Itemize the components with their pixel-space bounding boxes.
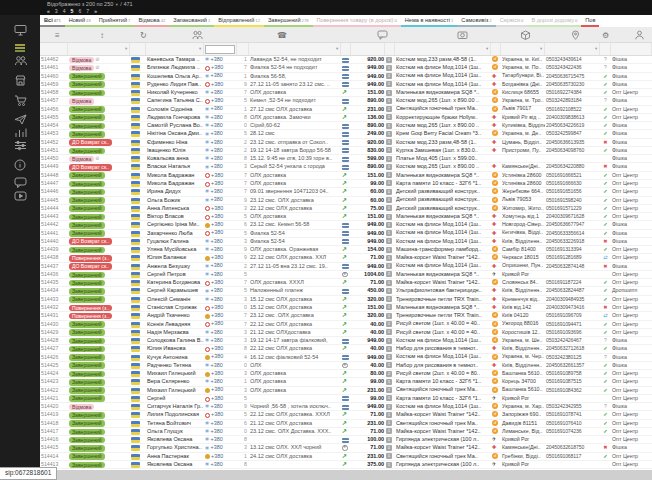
table-row[interactable]: 514449ДО Возврат ск..Власюк Наталья✳+380… xyxy=(40,163,652,171)
table-row[interactable]: 514447ЗавершенийМикола Бадражан+3807ОЛХ … xyxy=(40,180,652,188)
table-row[interactable]: 514434ЗавершенийСергей Карамышев✳+3805На… xyxy=(40,287,652,295)
table-row[interactable]: 514456ЗавершенийСоломія Сідоніна✳+380127… xyxy=(40,106,652,114)
table-row[interactable]: 514460ЗавершенийКошелева Ольга Ар..✳+380… xyxy=(40,73,652,81)
person-column-icon[interactable] xyxy=(634,30,645,43)
table-row[interactable]: 514444ЗавершенийАнна Липенська+380322.12… xyxy=(40,205,652,213)
table-row[interactable]: 514453ЗавершенийНікітіна Оксана Дми..✳+3… xyxy=(40,130,652,138)
sort-column-icon[interactable]: ↕ xyxy=(100,30,104,41)
telephony-icon[interactable]: ✳ xyxy=(205,329,210,336)
table-row[interactable]: 514442ЗавершенийСергіюнко Іріна Ми..+380… xyxy=(40,221,652,229)
telephony-icon[interactable] xyxy=(205,314,210,319)
page-number[interactable]: 4 xyxy=(63,8,66,14)
table-row[interactable]: 514451ЗавершенийІващенко Юлія✳+380219.12… xyxy=(40,147,652,155)
tab-Завершений[interactable]: Завершений278 xyxy=(264,15,313,27)
telephony-icon[interactable] xyxy=(205,413,210,418)
telephony-icon[interactable]: ✳ xyxy=(205,164,210,171)
page-number[interactable]: 5 xyxy=(71,8,74,14)
telephony-icon[interactable]: ✳ xyxy=(205,428,210,435)
telephony-icon[interactable] xyxy=(205,231,210,236)
filter-dropdown-icon[interactable]: ▼ xyxy=(198,47,202,51)
filter-dropdown-icon[interactable]: ▼ xyxy=(539,47,543,51)
filter-dropdown-icon[interactable]: ▼ xyxy=(594,47,598,51)
refresh-column-icon[interactable]: ↻ xyxy=(140,30,147,41)
pin-column-icon[interactable] xyxy=(570,30,581,43)
box-column-icon[interactable] xyxy=(520,30,531,43)
cart-icon[interactable] xyxy=(0,93,40,108)
telephony-icon[interactable]: ✳ xyxy=(205,73,210,80)
telephony-icon[interactable] xyxy=(205,322,210,327)
table-row[interactable]: 514430ЗавершенийКсенія Левадняя+380722.1… xyxy=(40,321,652,329)
clients-icon[interactable] xyxy=(0,53,40,68)
tab-Новий[interactable]: Новий48 xyxy=(65,15,95,27)
table-row[interactable]: 514415ЗавершенийГоргулько Христина..✳+38… xyxy=(40,444,652,452)
telephony-icon[interactable]: ✳ xyxy=(205,122,210,129)
filters-icon[interactable] xyxy=(0,138,40,153)
phone-column-icon[interactable]: ☎ xyxy=(277,30,287,41)
phone-filter-input[interactable] xyxy=(205,45,235,54)
table-row[interactable]: 514443ЗавершенийВіктор Власов+3805ОЛХ до… xyxy=(40,213,652,221)
telephony-icon[interactable]: ✳ xyxy=(205,131,210,138)
table-row[interactable]: 514414ЗавершенийАнна Пастернак+380124.12… xyxy=(40,453,652,461)
table-row[interactable]: 514452ДО Возврат ск..Єфименко Ніна✳+3802… xyxy=(40,139,652,147)
people-column-icon[interactable] xyxy=(192,30,203,43)
telephony-icon[interactable]: ✳ xyxy=(205,436,210,443)
table-row[interactable]: 514413ЗавершенийЯковлева Оксана✳+3808↗37… xyxy=(40,461,652,469)
table-row[interactable]: 514435ЗавершенийКатерина Богданова+3807О… xyxy=(40,279,652,287)
tab-Нема в наявності[interactable]: Нема в наявності1 xyxy=(401,15,458,27)
table-row[interactable]: 514459ЗавершенийРуденко Лидия Пав..+3809… xyxy=(40,81,652,89)
tab-В дорозі додому[interactable]: В дорозі додому0 xyxy=(527,15,581,27)
table-row[interactable]: 514448ЗавершенийМикола Бадражан+3807ОЛХ … xyxy=(40,172,652,180)
tab-Самовивіз[interactable]: Самовивіз2 xyxy=(457,15,495,27)
telephony-icon[interactable] xyxy=(205,215,210,220)
page-number[interactable]: 7 xyxy=(86,8,89,14)
tab-Відправлений[interactable]: Відправлений12 xyxy=(214,15,264,27)
table-row[interactable]: 514420ВідмоваСитарчук Наталія Гр..✳+3809… xyxy=(40,403,652,411)
table-row[interactable]: 514417ЗавершенийОльга Глущук✳+380023.12 … xyxy=(40,428,652,436)
table-row[interactable]: 514455ЗавершенийЛюдмила Гончарова✳+3808О… xyxy=(40,114,652,122)
telephony-icon[interactable]: ✳ xyxy=(205,403,210,410)
monitor-icon[interactable] xyxy=(0,22,40,37)
table-row[interactable]: 514445ЗавершенийОльга Божик✳+380923.12 с… xyxy=(40,197,652,205)
telephony-icon[interactable] xyxy=(205,355,210,360)
telephony-icon[interactable]: ✳ xyxy=(205,378,210,385)
tab-Відмова[interactable]: Відмова42 xyxy=(134,15,169,27)
info-icon[interactable] xyxy=(0,157,40,172)
table-row[interactable]: 514427ЗавершенийЮлия Иванова+380822.12 с… xyxy=(40,345,652,353)
table-row[interactable]: 514429ЗавершенийНадія Мерзаєва✳+380321.1… xyxy=(40,329,652,337)
table-row[interactable]: 514436ЗавершенийСергей Петров✳+3805₴1004… xyxy=(40,271,652,279)
telephony-icon[interactable] xyxy=(205,397,210,402)
status-info-icon[interactable]: ⊘ xyxy=(95,155,99,161)
table-row[interactable]: 514433ЗавершенийОлексій Семанін✳+380315.… xyxy=(40,296,652,304)
filter-dropdown-icon[interactable]: ▼ xyxy=(485,47,489,51)
telephony-icon[interactable] xyxy=(205,306,210,311)
tab-Всі[interactable]: Всі471 xyxy=(40,15,65,27)
table-row[interactable]: 514438Повернення (з..Юлия Баланюк+380922… xyxy=(40,254,652,262)
table-row[interactable]: 514428ЗавершенийСолодкова Галина В..✳+38… xyxy=(40,337,652,345)
table-row[interactable]: 514437ДО Возврат ск..Анжела Безушку✳+380… xyxy=(40,263,652,271)
telephony-icon[interactable]: ✳ xyxy=(205,188,210,195)
telephony-icon[interactable]: ✳ xyxy=(205,155,210,162)
chat-column-icon[interactable] xyxy=(377,30,388,43)
table-row[interactable]: 514439ЗавершенийУляна Мусійовська✳+3809О… xyxy=(40,246,652,254)
telephony-icon[interactable] xyxy=(205,206,210,211)
telephony-icon[interactable]: ✳ xyxy=(205,139,210,146)
video-icon[interactable] xyxy=(0,188,40,203)
telephony-icon[interactable] xyxy=(205,99,210,104)
telephony-icon[interactable]: ✳ xyxy=(205,197,210,204)
table-row[interactable]: 514450Відмова⊘Ковальова анна✳+380815.12.… xyxy=(40,155,652,163)
telephony-icon[interactable]: ✳ xyxy=(205,461,210,468)
tab-Прийнятий[interactable]: Прийнятий7 xyxy=(95,15,135,27)
table-row[interactable]: 514424ЗавершенийМихаил Гилецький+3803ОЛХ… xyxy=(40,370,652,378)
telephony-icon[interactable]: ✳ xyxy=(205,106,210,113)
telephony-icon[interactable] xyxy=(205,173,210,178)
tab-Запакований[interactable]: Запакований1 xyxy=(169,15,214,27)
table-row[interactable]: 514440ДО Возврат ск..Гуцалюк Галина✳+380… xyxy=(40,238,652,246)
telephony-icon[interactable]: ✳ xyxy=(205,114,210,121)
telephony-icon[interactable]: ✳ xyxy=(205,271,210,278)
telephony-icon[interactable] xyxy=(205,454,210,459)
telephony-icon[interactable]: ✳ xyxy=(205,445,210,452)
telephony-icon[interactable] xyxy=(205,66,210,71)
table-row[interactable]: 514458ЗавершенийНиколай Кучеренко✳+3807О… xyxy=(40,89,652,97)
table-row[interactable]: 514421ЗавершенийСергей+380599.001Карта п… xyxy=(40,395,652,403)
list-column-icon[interactable]: ≡ xyxy=(55,30,60,41)
